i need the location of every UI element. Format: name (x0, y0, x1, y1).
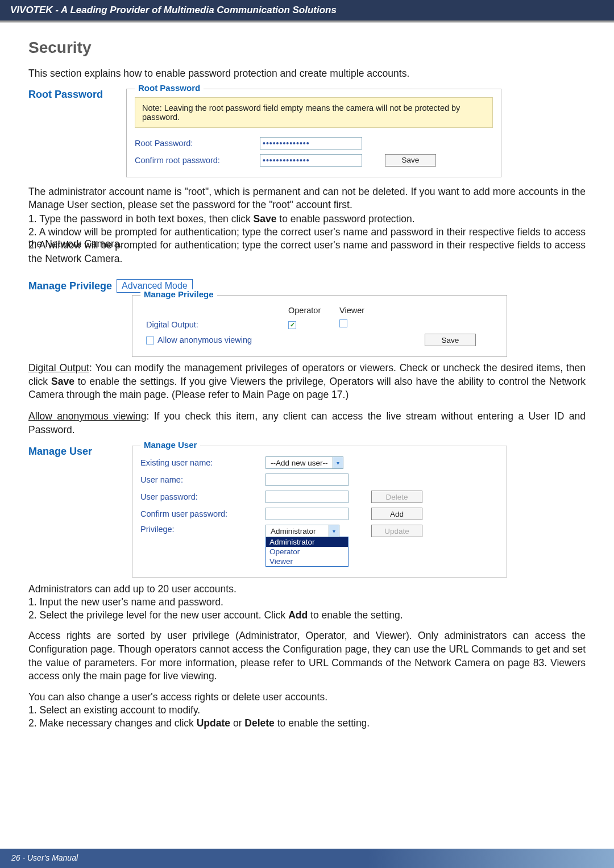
existing-user-select[interactable]: --Add new user-- ▾ (265, 456, 343, 469)
username-label: User name: (140, 475, 265, 484)
page-header: VIVOTEK - A Leading Provider of Multimed… (0, 0, 614, 22)
digital-output-operator-checkbox[interactable] (288, 321, 296, 329)
fieldset-legend-root: Root Password (135, 83, 204, 93)
access-rights-paragraph: Access rights are sorted by user privile… (28, 629, 586, 683)
confirm-root-password-label: Confirm root password: (135, 156, 260, 165)
privilege-option-administrator[interactable]: Administrator (266, 537, 348, 547)
privilege-select[interactable]: Administrator ▾ (265, 525, 339, 537)
user-password-input[interactable] (265, 491, 349, 503)
mu-line-1: 1. Input the new user's name and passwor… (28, 596, 586, 608)
save-privilege-button[interactable]: Save (425, 334, 476, 346)
list-step-2-text: 2. A window will be prompted for authent… (28, 239, 586, 265)
privilege-dropdown-list: Administrator Operator Viewer (265, 537, 349, 567)
mu-step-1: 1. Select an existing account to modify. (28, 704, 586, 716)
content-area: Security This section explains how to en… (0, 23, 614, 729)
mu-line-2: 2. Select the privilege level for the ne… (28, 609, 586, 621)
delete-button[interactable]: Delete (371, 491, 422, 503)
manage-privilege-fieldset: Manage Privilege Operator Viewer Digital… (132, 295, 507, 357)
root-password-fieldset: Root Password Note: Leaving the root pas… (126, 89, 501, 177)
manage-user-fieldset: Manage User Existing user name: --Add ne… (132, 446, 507, 578)
manage-user-heading: Manage User (28, 446, 126, 458)
confirm-root-password-input[interactable]: •••••••••••••• (260, 154, 362, 167)
privilege-label: Privilege: (140, 525, 265, 534)
page-footer: 26 - User's Manual (0, 849, 614, 868)
confirm-user-password-label: Confirm user password: (140, 509, 265, 518)
manage-privilege-heading: Manage Privilege (28, 280, 112, 292)
save-button[interactable]: Save (385, 154, 436, 167)
update-button[interactable]: Update (371, 525, 422, 537)
add-button[interactable]: Add (371, 508, 422, 520)
allow-anonymous-paragraph: Allow anonymous viewing: If you check th… (28, 410, 586, 437)
row-digital-output-label: Digital Output: (140, 317, 283, 331)
privilege-option-viewer[interactable]: Viewer (266, 556, 348, 566)
fieldset-legend-user: Manage User (140, 440, 200, 450)
digital-output-viewer-checkbox[interactable] (339, 319, 347, 327)
root-password-input[interactable]: •••••••••••••• (260, 137, 362, 149)
confirm-user-password-input[interactable] (265, 508, 349, 520)
digital-output-paragraph: Digital Output: You can modify the manag… (28, 362, 586, 402)
mu-step-2: 2. Make necessary changes and click Upda… (28, 717, 586, 729)
mu-line-0: Administrators can add up to 20 user acc… (28, 583, 586, 595)
root-password-label: Root Password: (135, 139, 260, 148)
root-password-heading: Root Password (28, 89, 121, 101)
fieldset-legend-privilege: Manage Privilege (140, 289, 217, 299)
admin-paragraph: The administrator account name is "root"… (28, 185, 586, 212)
col-viewer: Viewer (334, 304, 385, 317)
chevron-down-icon: ▾ (329, 525, 339, 537)
intro-text: This section explains how to enable pass… (28, 67, 586, 81)
username-input[interactable] (265, 474, 349, 486)
root-password-note: Note: Leaving the root password field em… (135, 97, 493, 128)
allow-anonymous-label: Allow anonymous viewing (157, 335, 252, 344)
chevron-down-icon: ▾ (333, 457, 343, 468)
privilege-option-operator[interactable]: Operator (266, 547, 348, 556)
user-password-label: User password: (140, 492, 265, 501)
change-rights-paragraph: You can also change a user's access righ… (28, 691, 586, 703)
col-operator: Operator (283, 304, 334, 317)
existing-user-label: Existing user name: (140, 458, 265, 467)
allow-anonymous-checkbox[interactable] (146, 337, 154, 344)
page-title: Security (28, 39, 586, 57)
list-step-1: 1. Type the password in both text boxes,… (28, 213, 586, 225)
